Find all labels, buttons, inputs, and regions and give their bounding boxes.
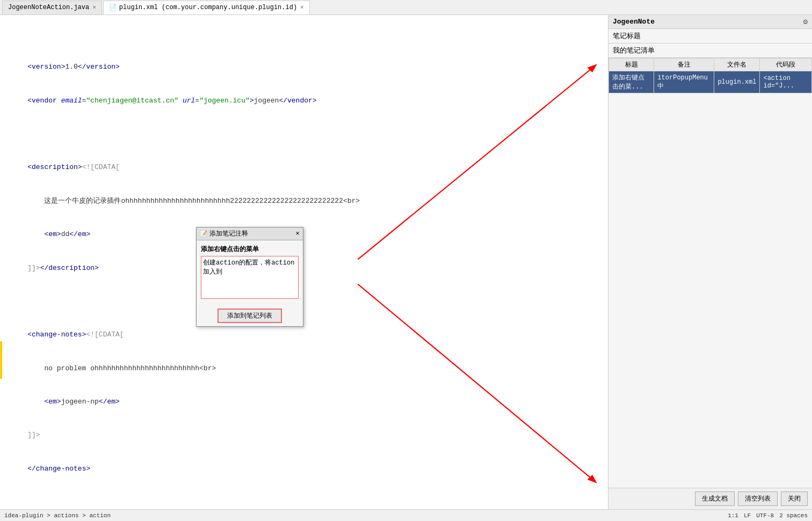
- tab-xml-label: plugin.xml (com.your.company.unique.plug…: [119, 4, 297, 11]
- dialog-textarea[interactable]: 创建action的配置，将action加入到: [201, 256, 299, 299]
- row-filename: plugin.xml: [714, 71, 760, 93]
- col-note: 备注: [654, 58, 714, 71]
- col-code: 代码段: [760, 58, 812, 71]
- dialog-icon: 📝: [200, 230, 207, 237]
- tab-xml[interactable]: 📄 plugin.xml (com.your.company.unique.pl…: [103, 1, 310, 14]
- line-blank2: [11, 296, 608, 307]
- dialog-titlebar: 📝 添加笔记注释 ×: [197, 228, 303, 240]
- tab-java-close[interactable]: ×: [92, 4, 96, 11]
- status-bar: idea-plugin > actions > action 1:1 LF UT…: [0, 509, 812, 521]
- list-title: 我的笔记清单: [608, 43, 812, 58]
- col-title: 标题: [609, 58, 654, 71]
- status-right: 1:1 LF UTF-8 2 spaces: [728, 512, 808, 519]
- line-em-jogeen: <em>jogeen-np</em>: [11, 397, 608, 408]
- row-code: <action id="J...: [760, 71, 812, 93]
- line-vendor: <vendor email="chenjiagen@itcast.cn" url…: [11, 96, 608, 107]
- dialog-body: 添加右键点击的菜单 创建action的配置，将action加入到: [197, 240, 303, 305]
- generate-doc-button[interactable]: 生成文档: [695, 491, 735, 506]
- tab-bar: JogeenNoteAction.java × 📄 plugin.xml (co…: [0, 0, 812, 15]
- add-to-list-button[interactable]: 添加到笔记列表: [218, 309, 282, 323]
- note-table: 标题 备注 文件名 代码段 添加右键点击的菜... itorPopupMenu中…: [608, 58, 812, 488]
- dialog-field-label: 添加右键点击的菜单: [201, 245, 299, 254]
- tab-java[interactable]: JogeenNoteAction.java ×: [2, 1, 102, 14]
- line-blank1: [11, 129, 608, 140]
- right-panel-header: JogeenNote ⚙: [608, 15, 812, 29]
- table-row[interactable]: 添加右键点击的菜... itorPopupMenu中 plugin.xml <a…: [609, 71, 812, 93]
- encoding: UTF-8: [756, 512, 774, 519]
- gear-icon[interactable]: ⚙: [803, 17, 808, 26]
- right-panel-footer: 生成文档 清空列表 关闭: [608, 488, 812, 509]
- tab-java-label: JogeenNoteAction.java: [8, 4, 89, 11]
- line-desc-content: 这是一个牛皮的记录插件ohhhhhhhhhhhhhhhhhhhhhhhhh222…: [11, 196, 608, 207]
- indent: 2 spaces: [779, 512, 808, 519]
- right-panel: JogeenNote ⚙ 笔记标题 我的笔记清单 标题 备注 文件名 代码段: [608, 15, 812, 509]
- line-changenotes-close: </change-notes>: [11, 464, 608, 475]
- left-marker: [0, 341, 2, 379]
- line-em-dd: <em>dd</em>: [11, 229, 608, 240]
- line-blank3: [11, 497, 608, 508]
- breadcrumb: idea-plugin > actions > action: [4, 512, 721, 519]
- cursor-position: 1:1: [728, 512, 738, 519]
- line-desc-close: ]]></description>: [11, 263, 608, 274]
- row-note: itorPopupMenu中: [654, 71, 714, 93]
- line-bracket-close: ]]>: [11, 430, 608, 441]
- line-endings: LF: [744, 512, 751, 519]
- main-content: <version>1.0</version> <vendor email="ch…: [0, 15, 812, 509]
- tab-xml-close[interactable]: ×: [300, 4, 304, 11]
- line-version: <version>1.0</version>: [11, 62, 608, 73]
- editor-area: <version>1.0</version> <vendor email="ch…: [0, 15, 608, 509]
- editor-content: <version>1.0</version> <vendor email="ch…: [0, 15, 608, 509]
- right-panel-subtitle: 笔记标题: [608, 29, 812, 43]
- col-filename: 文件名: [714, 58, 760, 71]
- clear-list-button[interactable]: 清空列表: [738, 491, 778, 506]
- tab-xml-icon: 📄: [109, 4, 117, 12]
- line-noproblem: no problem ohhhhhhhhhhhhhhhhhhhhhhhhh<br…: [11, 363, 608, 375]
- dialog-title: 添加笔记注释: [209, 229, 248, 238]
- right-panel-title: JogeenNote: [613, 18, 655, 26]
- dialog-footer: 添加到笔记列表: [197, 305, 303, 326]
- dialog-close-button[interactable]: ×: [295, 230, 300, 238]
- line-desc-open: <description><![CDATA[: [11, 162, 608, 173]
- line-changenotes-open: <change-notes><![CDATA[: [11, 329, 608, 341]
- add-note-dialog: 📝 添加笔记注释 × 添加右键点击的菜单 创建action的配置，将action…: [196, 227, 303, 327]
- close-panel-button[interactable]: 关闭: [781, 491, 808, 506]
- row-title: 添加右键点击的菜...: [609, 71, 654, 93]
